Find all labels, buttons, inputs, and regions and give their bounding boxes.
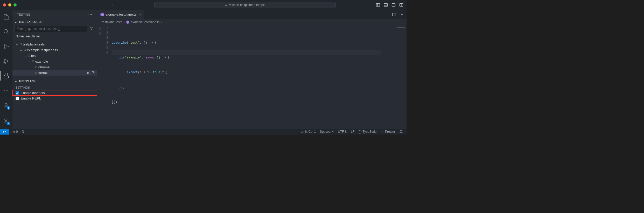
chevron-right-icon: › xyxy=(124,20,125,24)
tab-label: example.testplane.ts xyxy=(106,12,136,16)
check-icon: ✓ xyxy=(381,130,384,134)
split-editor-icon[interactable] xyxy=(392,12,396,17)
chevron-down-icon: ⌄ xyxy=(19,48,23,52)
testing-sidebar: TESTING ⋯ ⌄ TEST EXPLORER No test result… xyxy=(12,10,97,129)
broadcast-icon xyxy=(11,130,15,134)
tree-suite-label: test xyxy=(31,54,37,58)
svg-point-20 xyxy=(5,120,7,122)
testplane-header[interactable]: ⌄ TESTPLANE xyxy=(12,78,97,84)
status-dot-icon xyxy=(24,49,26,51)
code-editor[interactable]: ▷ ▷ 1 2 3 4 5 6 describe("test", () => {… xyxy=(97,25,407,129)
svg-marker-21 xyxy=(90,27,93,30)
traffic-lights xyxy=(3,3,17,6)
breadcrumb-item[interactable]: example.testplane.ts xyxy=(131,20,159,24)
remote-button[interactable] xyxy=(0,129,9,135)
run-test-gutter-icon[interactable]: ▷ xyxy=(97,26,102,31)
enable-devtools-checkbox[interactable] xyxy=(16,91,19,95)
search-view-button[interactable] xyxy=(0,27,12,36)
svg-point-15 xyxy=(7,46,8,47)
panel-left-icon[interactable] xyxy=(376,3,380,7)
command-center[interactable]: vscode-testplane-example xyxy=(154,2,336,8)
svg-point-25 xyxy=(13,131,14,132)
breadcrumbs[interactable]: testplane-tests › example.testplane.ts ›… xyxy=(97,19,407,25)
braces-icon: { } xyxy=(359,130,361,134)
svg-point-13 xyxy=(4,44,5,45)
status-bar: 0 Ln 6, Col 1 Spaces: 4 UTF-8 LF { } Typ… xyxy=(0,129,407,135)
problems-button[interactable]: 0 xyxy=(11,130,18,134)
svg-rect-4 xyxy=(384,4,388,6)
test-explorer-header[interactable]: ⌄ TEST EXPLORER xyxy=(12,19,97,25)
cursor-position[interactable]: Ln 6, Col 1 xyxy=(301,130,316,134)
test-filter-input[interactable] xyxy=(15,26,87,32)
go-to-file-icon[interactable] xyxy=(92,71,95,75)
enable-devtools-label: Enable devtools xyxy=(21,91,45,95)
minimap-content xyxy=(397,27,405,28)
close-tab-icon[interactable]: × xyxy=(139,12,141,17)
tree-root[interactable]: ⌄ testplane-tests xyxy=(12,41,97,47)
line-numbers: 1 2 3 4 5 6 xyxy=(102,25,112,129)
notifications-button[interactable] xyxy=(399,130,403,134)
run-test-icon[interactable] xyxy=(87,71,90,75)
editor-tabs: example.testplane.ts × ⋯ xyxy=(97,10,407,19)
panel-bottom-icon[interactable] xyxy=(384,3,388,7)
language-mode-button[interactable]: { } TypeScript xyxy=(359,130,377,134)
ports-button[interactable] xyxy=(21,130,25,134)
run-test-gutter-icon[interactable]: ▷ xyxy=(97,31,102,36)
minimap[interactable] xyxy=(386,25,407,129)
status-dot-icon xyxy=(28,55,30,57)
chevron-down-icon: ⌄ xyxy=(27,59,31,63)
nav-back-button[interactable]: ← xyxy=(102,3,106,7)
svg-line-12 xyxy=(7,32,9,34)
tree-root-label: testplane-tests xyxy=(23,42,45,46)
indentation-button[interactable]: Spaces: 4 xyxy=(320,130,334,134)
testing-view-button[interactable] xyxy=(0,71,12,80)
window-close-button[interactable] xyxy=(3,3,6,6)
tree-spec[interactable]: ⌄ example xyxy=(12,58,97,64)
breadcrumb-item[interactable]: … xyxy=(164,20,167,24)
enable-repl-setting[interactable]: Enable REPL xyxy=(12,96,97,101)
settings-label: SETTINGS xyxy=(12,84,97,90)
tree-file[interactable]: ⌄ example.testplane.ts xyxy=(12,47,97,53)
no-results-label: No test results yet. xyxy=(12,33,97,40)
tree-browser-chrome[interactable]: chrome xyxy=(12,64,97,70)
command-center-title: vscode-testplane-example xyxy=(229,3,265,7)
nav-forward-button[interactable]: → xyxy=(110,3,114,7)
enable-repl-checkbox[interactable] xyxy=(16,97,19,100)
window-minimize-button[interactable] xyxy=(8,3,11,6)
run-gutter: ▷ ▷ xyxy=(97,25,102,129)
test-explorer-label: TEST EXPLORER xyxy=(19,20,43,23)
svg-point-19 xyxy=(5,103,7,105)
testplane-label: TESTPLANE xyxy=(19,79,36,83)
activity-bar: ⋯ 1 1 xyxy=(0,10,12,129)
breadcrumb-item[interactable]: testplane-tests xyxy=(102,20,122,24)
svg-line-1 xyxy=(227,5,227,6)
chevron-down-icon: ⌄ xyxy=(15,79,18,83)
testplane-file-icon xyxy=(100,13,104,16)
settings-button[interactable]: 1 xyxy=(0,116,12,126)
code-content[interactable]: describe("test", () => { it("example", a… xyxy=(112,25,386,129)
editor-more-button[interactable]: ⋯ xyxy=(399,12,403,17)
chevron-down-icon: ⌄ xyxy=(15,20,18,24)
chevron-down-icon: ⌄ xyxy=(23,54,27,57)
status-dot-icon xyxy=(32,60,34,62)
more-views-button[interactable]: ⋯ xyxy=(0,86,12,95)
plug-icon xyxy=(21,130,25,134)
source-control-view-button[interactable] xyxy=(0,42,12,51)
filter-icon[interactable] xyxy=(88,27,95,31)
run-debug-view-button[interactable] xyxy=(0,56,12,66)
editor-tab[interactable]: example.testplane.ts × xyxy=(97,10,144,19)
prettier-button[interactable]: ✓ Prettier xyxy=(381,130,395,134)
window-maximize-button[interactable] xyxy=(13,3,17,6)
tree-suite[interactable]: ⌄ test xyxy=(12,53,97,58)
explorer-view-button[interactable] xyxy=(0,12,12,22)
sidebar-more-button[interactable]: ⋯ xyxy=(88,12,93,17)
accounts-badge: 1 xyxy=(7,106,10,110)
encoding-button[interactable]: UTF-8 xyxy=(338,130,347,134)
eol-button[interactable]: LF xyxy=(351,130,354,134)
layout-icon[interactable] xyxy=(399,3,403,7)
panel-right-icon[interactable] xyxy=(391,3,396,7)
enable-devtools-setting[interactable]: Enable devtools xyxy=(12,90,97,96)
tree-browser-firefox[interactable]: firefox xyxy=(12,70,97,76)
enable-repl-label: Enable REPL xyxy=(21,96,41,100)
accounts-button[interactable]: 1 xyxy=(0,100,12,111)
